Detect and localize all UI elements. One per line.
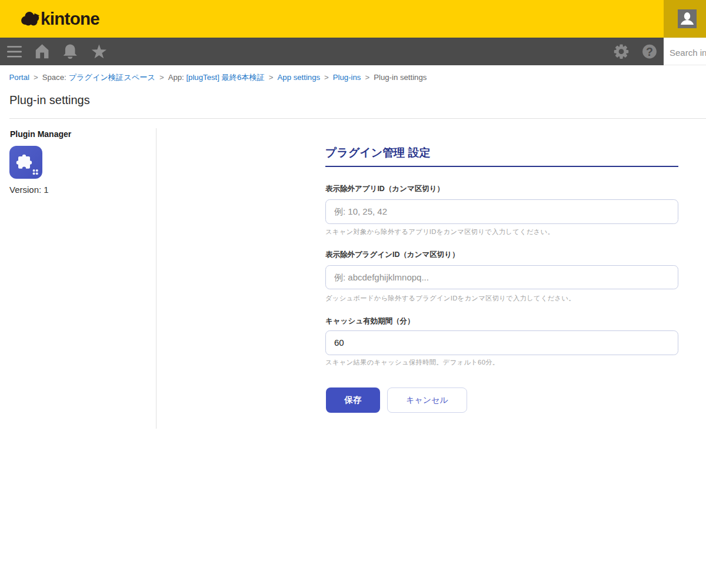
svg-text:?: ? [646,45,653,58]
svg-text:kintone: kintone [41,9,99,28]
